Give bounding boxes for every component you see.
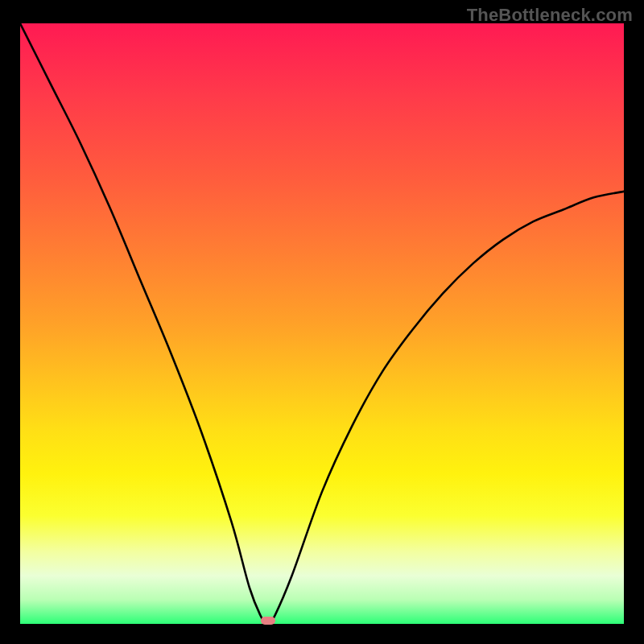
chart-frame: TheBottleneck.com bbox=[0, 0, 644, 644]
min-marker bbox=[261, 617, 275, 625]
plot-area bbox=[20, 23, 624, 624]
bottleneck-curve bbox=[20, 23, 624, 624]
